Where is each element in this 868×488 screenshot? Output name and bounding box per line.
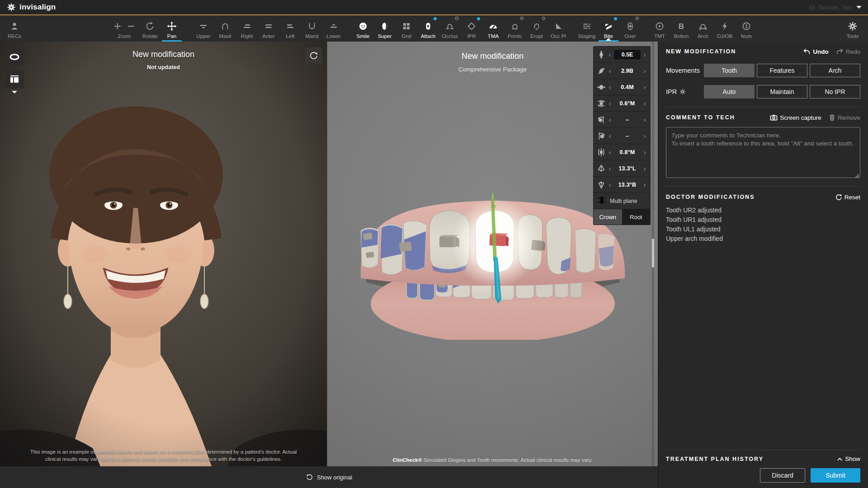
bite-badge-dot: [614, 17, 617, 20]
smile-view-toggle-button[interactable]: [5, 47, 24, 66]
tool-super[interactable]: Super: [374, 15, 396, 42]
show-original-button[interactable]: Show original: [317, 474, 352, 481]
movement-value[interactable]: 2.9B: [613, 68, 642, 74]
movement-value[interactable]: –: [613, 133, 642, 139]
multi-plane-label: Multi plane: [610, 198, 637, 204]
tool-bite[interactable]: Bite: [598, 15, 619, 42]
comment-to-tech-input[interactable]: [666, 127, 860, 178]
movement-value[interactable]: 0.8°M: [613, 149, 642, 155]
teeth-model[interactable]: [353, 185, 633, 340]
increase-chevron[interactable]: ›: [642, 100, 648, 107]
movement-value[interactable]: 0.4M: [613, 84, 642, 90]
tool-ipr[interactable]: IPR: [461, 15, 482, 42]
decrease-chevron[interactable]: ‹: [607, 67, 613, 74]
increase-chevron[interactable]: ›: [642, 181, 648, 188]
tool-upper[interactable]: Upper: [193, 15, 214, 42]
user-menu[interactable]: Dr. Tankian, Seri: [809, 4, 862, 11]
doctor-modifications-header: DOCTOR MODIFICATIONS Reset: [666, 193, 860, 201]
ipr-option-maintain[interactable]: Maintain: [757, 85, 807, 99]
tool-bolton[interactable]: B Bolton: [670, 15, 692, 42]
tool-smile[interactable]: Smile: [352, 15, 374, 42]
tab-root[interactable]: Root: [622, 209, 651, 225]
submit-button[interactable]: Submit: [811, 468, 860, 483]
reset-button[interactable]: Reset: [835, 193, 860, 201]
tool-erupt[interactable]: Erupt: [526, 15, 547, 42]
divider: [666, 186, 860, 187]
show-history-button[interactable]: Show: [837, 455, 860, 462]
pan-icon: [167, 20, 177, 32]
decrease-chevron[interactable]: ‹: [607, 116, 613, 123]
photo-refresh-button[interactable]: [306, 47, 322, 64]
tool-right-view[interactable]: Right: [236, 15, 258, 42]
tool-grid[interactable]: Grid: [396, 15, 417, 42]
ipr-option-auto[interactable]: Auto: [704, 85, 755, 99]
show-original-icon: [306, 474, 313, 481]
tool-rotate[interactable]: Rotate: [139, 15, 161, 42]
movement-row-tip: ‹ 2.9B ›: [594, 63, 650, 79]
increase-chevron[interactable]: ›: [642, 132, 648, 139]
increase-chevron[interactable]: ›: [642, 149, 648, 155]
tool-attach[interactable]: Attach: [417, 15, 439, 42]
ipr-option-no-ipr[interactable]: No IPR: [810, 85, 860, 99]
increase-chevron[interactable]: ›: [642, 67, 648, 74]
decrease-chevron[interactable]: ‹: [607, 165, 613, 172]
movement-row-torque-right: ‹ – ›: [594, 128, 650, 144]
tool-tmt[interactable]: TMT: [649, 15, 670, 42]
movements-option-tooth[interactable]: Tooth: [704, 64, 755, 77]
zoom-in-icon[interactable]: [114, 23, 121, 30]
tool-pan[interactable]: Pan: [161, 15, 183, 42]
occlus-badge-ring: [455, 17, 458, 20]
movement-value[interactable]: 13.3°B: [613, 182, 642, 188]
movements-option-features[interactable]: Features: [757, 64, 807, 77]
decrease-chevron[interactable]: ‹: [607, 181, 613, 188]
decrease-chevron[interactable]: ‹: [607, 132, 613, 139]
remove-button[interactable]: Remove: [829, 114, 860, 121]
scrollbar-thumb[interactable]: [652, 239, 654, 267]
tool-mand[interactable]: Mand: [301, 15, 323, 42]
tool-staging[interactable]: Staging: [576, 15, 598, 42]
tool-num[interactable]: 1 Num: [736, 15, 757, 42]
tool-recs[interactable]: RECs: [5, 15, 24, 42]
tab-crown[interactable]: Crown: [594, 209, 622, 225]
tool-lower[interactable]: Lower: [323, 15, 344, 42]
movement-value[interactable]: 13.3°L: [613, 165, 642, 172]
redo-button[interactable]: Redo: [836, 48, 860, 55]
pontic-badge-ring: [520, 17, 524, 20]
discard-button[interactable]: Discard: [760, 468, 805, 483]
increase-chevron[interactable]: ›: [642, 116, 648, 123]
movement-value[interactable]: –: [613, 117, 642, 123]
tool-arch[interactable]: Arch: [692, 15, 714, 42]
decrease-chevron[interactable]: ‹: [607, 149, 613, 155]
tool-tma[interactable]: TMA: [482, 15, 504, 42]
increase-chevron[interactable]: ›: [642, 51, 648, 58]
translation-icon: [596, 83, 607, 92]
tool-occlus[interactable]: Occlus: [439, 15, 461, 42]
layout-selector-button[interactable]: [5, 70, 24, 89]
decrease-chevron[interactable]: ‹: [607, 51, 613, 58]
tool-over[interactable]: Over: [619, 15, 641, 42]
section-title: DOCTOR MODIFICATIONS: [666, 194, 755, 200]
undo-button[interactable]: Undo: [803, 48, 829, 55]
tool-anterior-view[interactable]: Anter: [258, 15, 279, 42]
tool-maxil[interactable]: Maxil: [214, 15, 236, 42]
new-modification-header: NEW MODIFICATION Undo Redo: [666, 48, 860, 55]
tool-pontic[interactable]: Pontic: [504, 15, 526, 42]
attach-badge-dot: [434, 17, 437, 20]
movement-value[interactable]: 0.5E: [613, 49, 641, 60]
movement-value[interactable]: 0.6°M: [613, 100, 642, 107]
increase-chevron[interactable]: ›: [642, 84, 648, 90]
tool-tools[interactable]: Tools: [842, 15, 863, 42]
tool-ojob[interactable]: OJ/OB: [714, 15, 736, 42]
zoom-out-icon[interactable]: [127, 23, 135, 30]
decrease-chevron[interactable]: ‹: [607, 84, 613, 90]
tool-occ-pl[interactable]: Occ Pl: [547, 15, 569, 42]
movements-option-arch[interactable]: Arch: [810, 64, 860, 77]
tool-zoom[interactable]: Zoom: [109, 15, 139, 42]
tool-left-view[interactable]: Left: [279, 15, 301, 42]
scene-scrollbar[interactable]: [652, 42, 654, 466]
increase-chevron[interactable]: ›: [642, 165, 648, 172]
decrease-chevron[interactable]: ‹: [607, 100, 613, 107]
multi-plane-row[interactable]: Multi plane: [594, 193, 650, 209]
screen-capture-button[interactable]: Screen capture: [770, 114, 821, 121]
ipr-settings-gear-icon[interactable]: [679, 89, 686, 95]
